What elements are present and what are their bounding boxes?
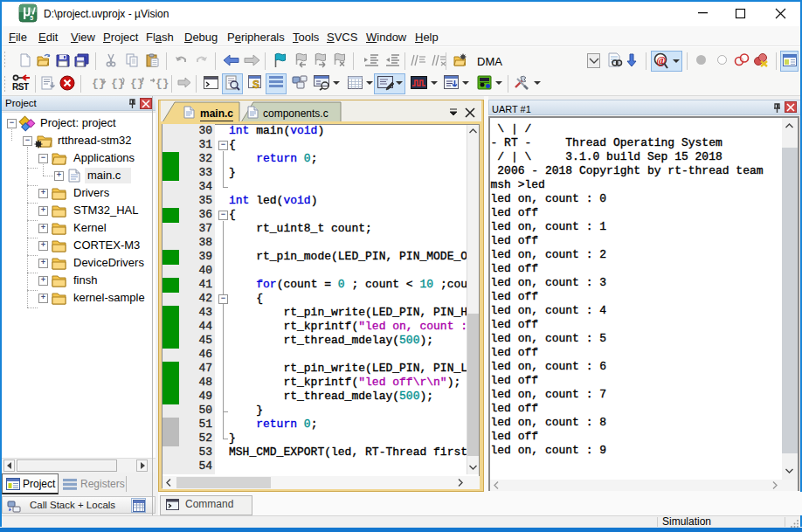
svg-text:5: 5 <box>30 15 33 21</box>
svg-text:{}: {} <box>156 77 169 90</box>
svg-text:{}: {} <box>130 77 144 90</box>
svg-text:{}: {} <box>92 77 106 90</box>
svg-text:S: S <box>252 79 259 91</box>
svg-text:@: @ <box>656 54 666 66</box>
svg-text:RST: RST <box>12 82 29 92</box>
